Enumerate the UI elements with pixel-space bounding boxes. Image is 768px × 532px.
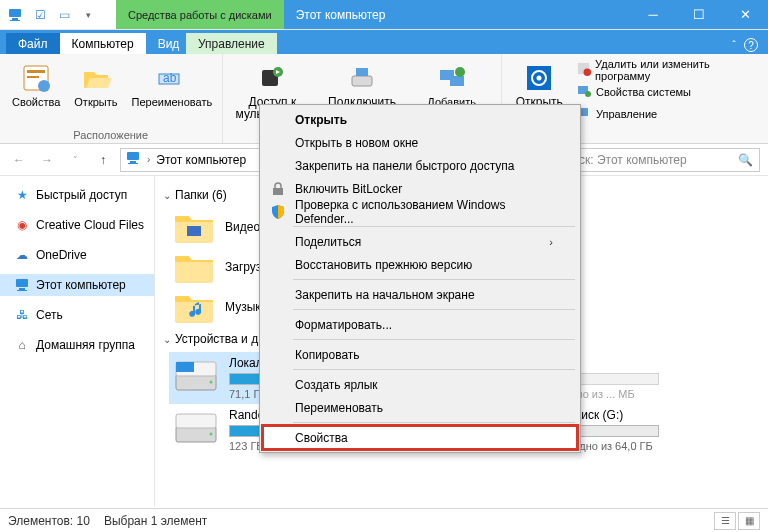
ribbon-open-button[interactable]: Открыть <box>68 58 123 127</box>
ribbon-rename-button[interactable]: ab Переименовать <box>126 58 216 127</box>
maximize-button[interactable]: ☐ <box>676 0 722 29</box>
open-icon <box>80 62 112 94</box>
ctx-restore[interactable]: Восстановить прежнюю версию <box>263 253 577 276</box>
network-icon: 🖧 <box>14 307 30 323</box>
tab-manage[interactable]: Управление <box>186 33 277 54</box>
ribbon-sysprops-button[interactable]: Свойства системы <box>572 80 762 102</box>
cloud-icon: ☁ <box>14 247 30 263</box>
uninstall-icon <box>576 61 591 77</box>
nav-this-pc[interactable]: Этот компьютер <box>0 274 154 296</box>
add-network-icon <box>436 62 468 94</box>
status-selected: Выбран 1 элемент <box>104 514 207 528</box>
nav-onedrive[interactable]: ☁OneDrive <box>0 244 154 266</box>
rename-icon: ab <box>155 62 187 94</box>
ctx-open[interactable]: Открыть <box>263 108 577 131</box>
ctx-pin-start[interactable]: Закрепить на начальном экране <box>263 283 577 306</box>
ctx-new-window[interactable]: Открыть в новом окне <box>263 131 577 154</box>
tab-file[interactable]: Файл <box>6 33 60 54</box>
close-button[interactable]: ✕ <box>722 0 768 29</box>
svg-rect-15 <box>356 68 368 76</box>
minimize-button[interactable]: ─ <box>630 0 676 29</box>
nav-homegroup[interactable]: ⌂Домашняя группа <box>0 334 154 356</box>
nav-creative-cloud[interactable]: ◉Creative Cloud Files <box>0 214 154 236</box>
ribbon-uninstall-button[interactable]: Удалить или изменить программу <box>572 58 762 80</box>
chevron-right-icon: › <box>549 236 553 248</box>
svg-rect-14 <box>352 76 372 86</box>
settings-open-icon <box>523 62 555 94</box>
status-item-count: Элементов: 10 <box>8 514 90 528</box>
qat-checkbox-icon[interactable]: ☑ <box>32 8 48 22</box>
nav-network[interactable]: 🖧Сеть <box>0 304 154 326</box>
search-input[interactable]: Поиск: Этот компьютер 🔍 <box>550 148 760 172</box>
pc-icon <box>14 277 30 293</box>
help-icon[interactable]: ? <box>744 38 758 52</box>
svg-rect-28 <box>176 362 194 372</box>
caret-down-icon: ⌄ <box>163 334 171 345</box>
qat-dropdown-icon[interactable]: ▾ <box>80 8 96 22</box>
contextual-tab-label: Средства работы с дисками <box>116 0 284 29</box>
ribbon-properties-button[interactable]: Свойства <box>6 58 66 127</box>
nav-back-button[interactable]: ← <box>8 149 30 171</box>
svg-point-18 <box>455 67 465 77</box>
ctx-copy[interactable]: Копировать <box>263 343 577 366</box>
svg-rect-8 <box>27 76 39 78</box>
map-drive-icon <box>346 62 378 94</box>
svg-point-23 <box>584 69 592 77</box>
svg-point-25 <box>585 91 591 97</box>
properties-icon <box>20 62 52 94</box>
folder-icon <box>173 250 215 284</box>
search-icon: 🔍 <box>738 153 753 167</box>
view-icons-button[interactable]: ▦ <box>738 512 760 530</box>
breadcrumb-chevron-icon[interactable]: › <box>147 154 150 165</box>
ctx-shortcut[interactable]: Создать ярлык <box>263 373 577 396</box>
qat-properties-icon[interactable]: ▭ <box>56 8 72 22</box>
navigation-pane: ★Быстрый доступ ◉Creative Cloud Files ☁O… <box>0 176 155 506</box>
nav-quick-access[interactable]: ★Быстрый доступ <box>0 184 154 206</box>
drive-icon <box>173 356 219 396</box>
nav-forward-button[interactable]: → <box>36 149 58 171</box>
view-details-button[interactable]: ☰ <box>714 512 736 530</box>
svg-rect-27 <box>187 226 201 236</box>
folder-icon <box>173 290 215 324</box>
nav-up-button[interactable]: ↑ <box>92 149 114 171</box>
tab-computer[interactable]: Компьютер <box>60 33 146 54</box>
star-icon: ★ <box>14 187 30 203</box>
ribbon-manage-button[interactable]: Управление <box>572 102 762 124</box>
shield-icon <box>269 203 287 221</box>
folder-icon <box>173 210 215 244</box>
media-icon <box>256 62 288 94</box>
sysprops-icon <box>576 83 592 99</box>
ctx-rename[interactable]: Переименовать <box>263 396 577 419</box>
svg-point-9 <box>38 80 50 92</box>
svg-point-21 <box>537 76 542 81</box>
window-title: Этот компьютер <box>284 0 630 29</box>
ctx-properties[interactable]: Свойства <box>263 426 577 449</box>
context-menu: Открыть Открыть в новом окне Закрепить н… <box>259 104 581 453</box>
svg-rect-17 <box>450 76 464 86</box>
ctx-format[interactable]: Форматировать... <box>263 313 577 336</box>
cc-icon: ◉ <box>14 217 30 233</box>
ribbon-group-location: Расположение <box>6 127 216 141</box>
caret-down-icon: ⌄ <box>163 190 171 201</box>
ribbon-collapse-icon[interactable]: ˆ <box>732 39 736 51</box>
ctx-defender[interactable]: Проверка с использованием Windows Defend… <box>263 200 577 223</box>
bitlocker-icon <box>269 180 287 198</box>
nav-recent-button[interactable]: ˅ <box>64 149 86 171</box>
drive-icon <box>173 408 219 448</box>
tab-view[interactable]: Вид <box>146 33 192 54</box>
address-pc-icon <box>125 150 141 169</box>
ctx-pin-quick[interactable]: Закрепить на панели быстрого доступа <box>263 154 577 177</box>
homegroup-icon: ⌂ <box>14 337 30 353</box>
svg-rect-29 <box>273 188 283 195</box>
ctx-share[interactable]: Поделиться› <box>263 230 577 253</box>
svg-rect-7 <box>27 70 45 73</box>
svg-text:ab: ab <box>163 71 177 85</box>
system-menu-icon[interactable] <box>0 0 30 29</box>
breadcrumb-item[interactable]: Этот компьютер <box>156 153 246 167</box>
